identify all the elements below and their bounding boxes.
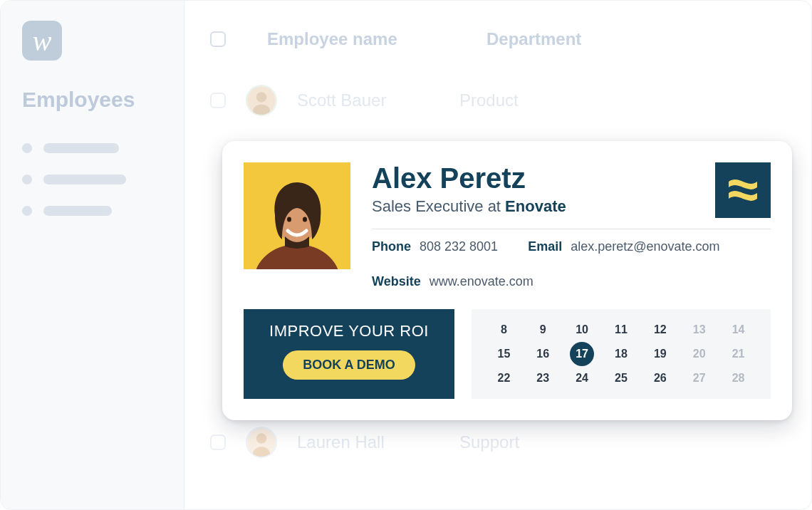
employee-signature-card: Alex Peretz Sales Executive at Enovate	[222, 141, 792, 420]
table-header: Employee name Department	[210, 29, 786, 49]
avatar	[246, 85, 277, 116]
app-logo: w	[22, 21, 62, 61]
employee-name: Lauren Hall	[297, 432, 439, 452]
person-name: Alex Peretz	[372, 162, 566, 194]
calendar-day[interactable]: 20	[687, 342, 712, 366]
email-field: Emailalex.peretz@enovate.com	[528, 239, 719, 254]
book-demo-button[interactable]: BOOK A DEMO	[283, 350, 415, 380]
calendar-day[interactable]: 23	[531, 366, 555, 390]
calendar-day[interactable]: 9	[531, 318, 555, 342]
sidebar-nav-skeleton	[22, 143, 162, 216]
calendar-day[interactable]: 24	[570, 366, 594, 390]
sidebar-title: Employees	[22, 88, 162, 112]
employee-department: Product	[459, 90, 519, 110]
cta-title: IMPROVE YOUR ROI	[258, 322, 440, 340]
calendar-day[interactable]: 19	[648, 342, 672, 366]
company-name: Enovate	[505, 197, 566, 215]
company-logo	[715, 162, 771, 218]
avatar	[246, 427, 277, 458]
row-checkbox[interactable]	[210, 434, 226, 450]
table-row[interactable]: Scott Bauer Product	[210, 75, 786, 126]
cta-banner: IMPROVE YOUR ROI BOOK A DEMO	[244, 309, 454, 399]
employee-department: Support	[459, 432, 519, 452]
calendar-day[interactable]: 26	[648, 366, 672, 390]
calendar-day[interactable]: 15	[491, 342, 516, 366]
calendar-day[interactable]: 14	[727, 318, 751, 342]
calendar-day[interactable]: 22	[491, 366, 516, 390]
phone-field: Phone808 232 8001	[372, 239, 498, 254]
svg-point-1	[256, 92, 267, 103]
row-checkbox[interactable]	[210, 93, 226, 108]
calendar-day[interactable]: 18	[609, 342, 633, 366]
calendar-day[interactable]: 25	[609, 366, 633, 390]
calendar-day[interactable]: 11	[609, 318, 633, 342]
sidebar: w Employees	[1, 1, 184, 509]
calendar-day[interactable]: 27	[687, 366, 712, 390]
calendar-day[interactable]: 12	[648, 318, 672, 342]
calendar-day[interactable]: 8	[491, 318, 516, 342]
svg-point-8	[287, 217, 291, 222]
calendar-day[interactable]: 16	[531, 342, 555, 366]
column-header-department: Department	[486, 29, 786, 49]
column-header-name: Employee name	[267, 29, 445, 49]
employee-photo	[244, 162, 350, 269]
calendar-day[interactable]: 21	[727, 342, 751, 366]
calendar-day[interactable]: 13	[687, 318, 712, 342]
svg-point-4	[256, 433, 267, 444]
calendar-day[interactable]: 28	[727, 366, 751, 390]
calendar-day[interactable]: 10	[570, 318, 594, 342]
employee-name: Scott Bauer	[297, 90, 439, 110]
website-field: Websitewww.enovate.com	[372, 274, 533, 289]
select-all-checkbox[interactable]	[210, 31, 226, 47]
calendar: 8910111213141516171819202122232425262728	[472, 309, 771, 399]
table-row[interactable]: Lauren Hall Support	[210, 417, 786, 468]
logo-letter: w	[33, 24, 52, 58]
calendar-day[interactable]: 17	[570, 342, 594, 366]
person-role: Sales Executive at Enovate	[372, 197, 566, 216]
svg-point-9	[303, 217, 307, 222]
